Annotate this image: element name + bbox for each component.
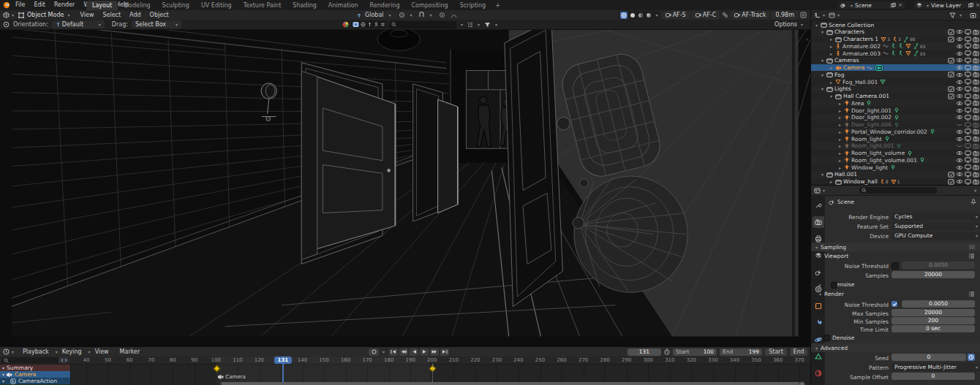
time-limit-field[interactable]: 0 sec: [892, 325, 975, 332]
advanced-panel-header[interactable]: ▾Advanced: [811, 343, 980, 352]
disclosure-caret[interactable]: ▸: [830, 44, 835, 49]
exclude-checkbox-icon[interactable]: [948, 172, 954, 178]
max-samples-field[interactable]: 20000: [892, 309, 975, 316]
chevron-down-icon[interactable]: ▾: [974, 188, 976, 193]
outliner-row-window-light[interactable]: ▸Window_light: [811, 164, 980, 171]
hide-eye-icon[interactable]: [956, 179, 963, 184]
tab-animation[interactable]: Animation: [323, 1, 364, 10]
disable-viewport-icon[interactable]: [965, 29, 971, 35]
outliner-row-area[interactable]: ▸Area: [811, 99, 980, 107]
outliner-row-fog[interactable]: ▾Fog: [811, 71, 980, 78]
filter-armature-icon[interactable]: [367, 22, 372, 27]
hide-eye-icon[interactable]: [956, 58, 963, 63]
timeline-marker-camera[interactable]: Camera: [217, 374, 245, 380]
viewport-menu-object[interactable]: Object: [146, 10, 173, 20]
outliner-row-fog-hall-001[interactable]: ▸Fog_Hall.001: [811, 78, 980, 85]
funnel-filter-icon[interactable]: [484, 22, 491, 28]
outliner-row-characters[interactable]: ▾Characters: [811, 28, 980, 36]
mode-select[interactable]: Object Mode: [27, 12, 64, 18]
viewport-canvas[interactable]: [0, 10, 810, 346]
outliner-row-hall-camera-001[interactable]: ▾Hall Camera.001: [811, 93, 980, 100]
disable-viewport-icon[interactable]: [965, 136, 971, 142]
disable-viewport-icon[interactable]: [965, 115, 971, 121]
disable-render-icon[interactable]: [973, 115, 979, 121]
disclosure-caret[interactable]: ▾: [2, 378, 4, 384]
disable-render-icon[interactable]: [973, 157, 979, 163]
sampling-viewport-header[interactable]: ▾Viewport: [817, 253, 848, 259]
hide-eye-icon[interactable]: [956, 122, 963, 127]
hide-eye-icon[interactable]: [956, 44, 963, 49]
menu-render[interactable]: Render: [50, 0, 79, 10]
disable-viewport-icon[interactable]: [965, 43, 971, 49]
hide-eye-icon[interactable]: [956, 137, 963, 142]
filter-grid-icon[interactable]: [380, 22, 385, 27]
disable-render-icon[interactable]: [973, 65, 979, 71]
disclosure-caret[interactable]: ▾: [821, 172, 826, 177]
af-s-button[interactable]: AF-S: [662, 11, 690, 19]
filter-object-icon[interactable]: [353, 22, 359, 27]
timeline-scrollbar[interactable]: [221, 382, 800, 385]
sampling-panel-header[interactable]: ▾Sampling: [811, 243, 980, 251]
editor-type-timeline-icon[interactable]: [3, 348, 10, 355]
disclosure-caret[interactable]: ▸: [839, 150, 844, 156]
set-end-frame-button[interactable]: End: [790, 348, 807, 356]
disable-render-icon[interactable]: [973, 179, 979, 185]
disable-viewport-icon[interactable]: [965, 172, 971, 178]
vp-noise-threshold-checkbox[interactable]: [892, 262, 899, 270]
channel-cameraaction[interactable]: ▾CameraAction: [0, 378, 70, 384]
editor-type-outliner-icon[interactable]: [814, 12, 821, 18]
play-button[interactable]: [420, 348, 429, 356]
disclosure-caret[interactable]: ▸: [839, 115, 844, 120]
outliner-row-camera[interactable]: ▸Camera: [811, 64, 980, 72]
timeline-menu-keying[interactable]: Keying: [58, 347, 86, 357]
timeline-menu-view[interactable]: View: [91, 347, 113, 357]
falloff-curve-icon[interactable]: [451, 12, 457, 18]
disable-viewport-icon[interactable]: [965, 37, 971, 42]
orientation-global[interactable]: Global: [365, 12, 384, 18]
tab-uv-editing[interactable]: UV Editing: [195, 1, 238, 10]
disclosure-caret[interactable]: ▸: [830, 37, 835, 42]
tab-shading[interactable]: Shading: [287, 1, 323, 10]
expand-range-icon[interactable]: [59, 357, 69, 363]
disable-viewport-icon[interactable]: [965, 122, 971, 128]
disclosure-caret[interactable]: ▾: [821, 86, 826, 91]
tab-texture-paint[interactable]: Texture Paint: [238, 1, 287, 10]
vp-noise-threshold-field[interactable]: 0.0050: [902, 262, 975, 269]
min-samples-field[interactable]: 200: [892, 317, 975, 324]
disclosure-caret[interactable]: ▾: [830, 94, 835, 99]
disclosure-caret[interactable]: ▸: [830, 80, 835, 85]
disclosure-caret[interactable]: ▸: [839, 129, 844, 134]
disable-viewport-icon[interactable]: [965, 65, 971, 71]
scene-name[interactable]: Scene: [855, 2, 889, 9]
tool-tab[interactable]: [813, 199, 824, 211]
disclosure-caret[interactable]: ▾: [821, 72, 826, 77]
tab-compositing[interactable]: Compositing: [405, 1, 453, 10]
shading-wireframe-icon[interactable]: [620, 12, 627, 19]
disable-viewport-icon[interactable]: [965, 107, 971, 113]
outliner-row-characters-1[interactable]: ▸Characters 13398: [811, 36, 980, 43]
disable-viewport-icon[interactable]: [965, 94, 971, 99]
outliner-filter-menu[interactable]: ▾: [949, 12, 962, 18]
proportional-editing-icon[interactable]: [439, 12, 445, 18]
snap-target-icon[interactable]: [399, 12, 405, 18]
new-collection-icon[interactable]: [970, 12, 976, 18]
disable-viewport-icon[interactable]: [965, 150, 971, 156]
disclosure-caret[interactable]: ▸: [839, 137, 844, 142]
rn-denoise-toggle[interactable]: ▸ Denoise: [817, 335, 854, 341]
af-track-button[interactable]: AF-Track: [731, 11, 769, 19]
hide-eye-icon[interactable]: [956, 37, 963, 42]
link-icon[interactable]: [722, 12, 728, 18]
view-layer-name[interactable]: View Layer: [931, 2, 966, 9]
exclude-checkbox-icon[interactable]: [948, 29, 954, 35]
outliner-row-room-light-volume-001[interactable]: ▸Room_light_volume.001: [811, 156, 980, 164]
hide-eye-icon[interactable]: [956, 143, 963, 148]
disable-render-icon[interactable]: [973, 150, 979, 156]
exclude-checkbox-icon[interactable]: [948, 37, 954, 42]
disclosure-caret[interactable]: ▾: [815, 23, 821, 28]
disclosure-caret[interactable]: ▸: [839, 108, 844, 113]
panel-options-icon[interactable]: [969, 245, 975, 249]
play-reverse-button[interactable]: [410, 348, 418, 356]
properties-search-input[interactable]: [859, 187, 937, 194]
render-engine-dropdown[interactable]: Cycles▾: [892, 213, 980, 221]
hide-eye-icon[interactable]: [956, 29, 963, 34]
